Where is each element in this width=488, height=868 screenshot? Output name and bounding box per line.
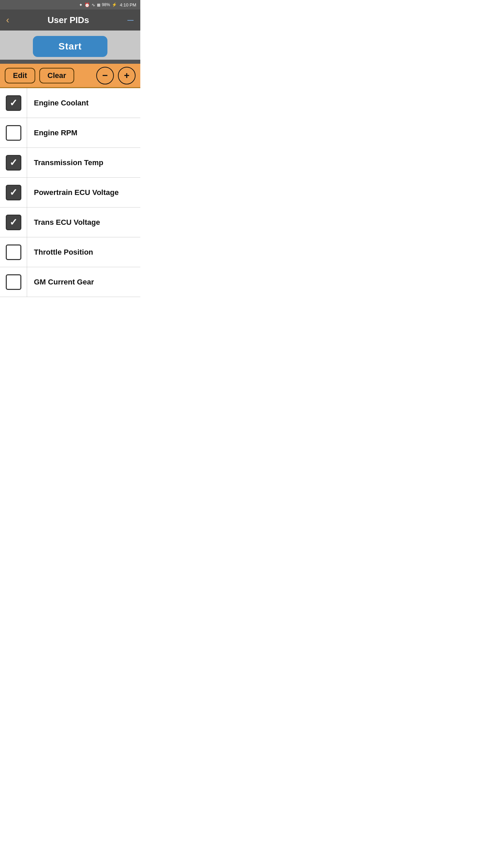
checkbox-area	[0, 118, 27, 148]
pid-label-powertrain-ecu-voltage: Powertrain ECU Voltage	[27, 188, 119, 197]
checkbox-area	[0, 178, 27, 208]
clear-button[interactable]: Clear	[39, 68, 74, 83]
checkbox-area	[0, 88, 27, 118]
time-text: 4:10 PM	[120, 2, 136, 7]
list-item[interactable]: Trans ECU Voltage	[0, 208, 140, 237]
checkbox-powertrain-ecu-voltage[interactable]	[6, 185, 21, 200]
checkbox-area	[0, 148, 27, 178]
list-item[interactable]: Powertrain ECU Voltage	[0, 178, 140, 208]
pid-label-engine-rpm: Engine RPM	[27, 129, 77, 137]
checkbox-area	[0, 237, 27, 267]
list-item[interactable]: Throttle Position	[0, 237, 140, 267]
checkbox-engine-coolant[interactable]	[6, 95, 21, 111]
pid-label-trans-ecu-voltage: Trans ECU Voltage	[27, 218, 100, 227]
divider	[0, 60, 140, 64]
nav-bar: ‹ User PIDs —	[0, 9, 140, 31]
list-item[interactable]: Transmission Temp	[0, 148, 140, 178]
list-item[interactable]: Engine Coolant	[0, 88, 140, 118]
list-item[interactable]: GM Current Gear	[0, 267, 140, 297]
menu-button[interactable]: —	[127, 17, 134, 24]
checkbox-transmission-temp[interactable]	[6, 155, 21, 171]
plus-button[interactable]: +	[118, 67, 136, 84]
checkbox-throttle-position[interactable]	[6, 244, 21, 260]
toolbar: Edit Clear − +	[0, 64, 140, 88]
checkbox-area	[0, 267, 27, 297]
pid-label-throttle-position: Throttle Position	[27, 248, 93, 257]
wifi-icon: ∿	[92, 2, 95, 7]
pid-label-gm-current-gear: GM Current Gear	[27, 278, 94, 287]
checkbox-area	[0, 208, 27, 237]
alarm-icon: ⏰	[84, 2, 90, 7]
charging-icon: ⚡	[112, 2, 117, 7]
bluetooth-icon: ✦	[79, 2, 83, 7]
pid-label-transmission-temp: Transmission Temp	[27, 158, 103, 167]
signal-icon: ▩	[97, 3, 100, 7]
page-title: User PIDs	[47, 15, 89, 25]
pid-list: Engine CoolantEngine RPMTransmission Tem…	[0, 88, 140, 297]
checkbox-trans-ecu-voltage[interactable]	[6, 215, 21, 230]
battery-text: 98%	[102, 2, 110, 7]
minus-button[interactable]: −	[96, 67, 114, 84]
status-bar: ✦ ⏰ ∿ ▩ 98% ⚡ 4:10 PM	[0, 0, 140, 9]
edit-button[interactable]: Edit	[5, 68, 35, 83]
start-area: Start	[0, 31, 140, 60]
checkbox-gm-current-gear[interactable]	[6, 274, 21, 290]
empty-area	[0, 297, 140, 365]
pid-label-engine-coolant: Engine Coolant	[27, 99, 88, 107]
checkbox-engine-rpm[interactable]	[6, 125, 21, 141]
start-button[interactable]: Start	[33, 36, 107, 57]
status-icons: ✦ ⏰ ∿ ▩ 98% ⚡ 4:10 PM	[79, 2, 136, 7]
back-button[interactable]: ‹	[6, 15, 9, 25]
list-item[interactable]: Engine RPM	[0, 118, 140, 148]
